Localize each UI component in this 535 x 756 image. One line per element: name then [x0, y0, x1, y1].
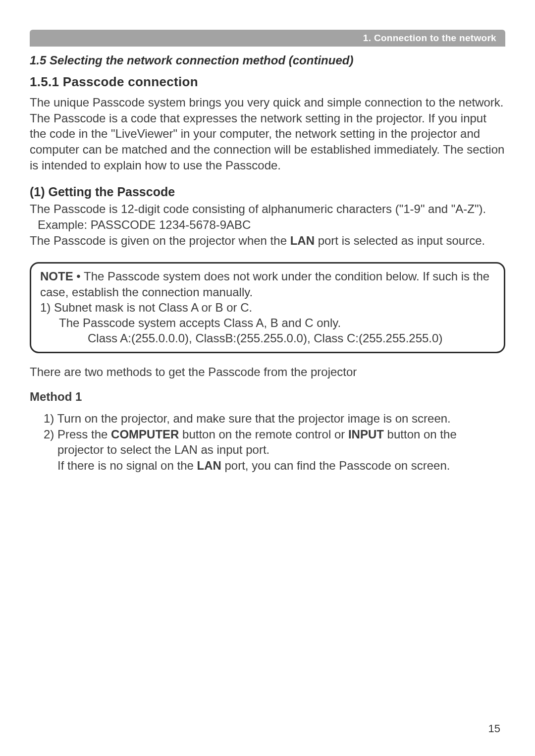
step-2d-a: If there is no signal on the: [57, 459, 197, 472]
note-line-3: The Passcode system accepts Class A, B a…: [40, 315, 495, 330]
intro-text-2: The Passcode is a code that expresses th…: [30, 111, 504, 172]
page-number: 15: [488, 722, 500, 735]
subsection-title: (1) Getting the Passcode: [30, 185, 505, 199]
lan-port-label-2: LAN: [197, 459, 221, 472]
intro-text-1: The unique Passcode system brings you ve…: [30, 96, 504, 109]
method-1-steps: 1) Turn on the projector, and make sure …: [30, 411, 505, 474]
chapter-header-bar: 1. Connection to the network: [30, 30, 505, 47]
step-2a: 2) Press the: [44, 428, 111, 441]
step-1: 1) Turn on the projector, and make sure …: [44, 411, 505, 427]
section-title: 1.5.1 Passcode connection: [30, 74, 505, 90]
note-line-1: • The Passcode system does not work unde…: [40, 270, 489, 298]
section-continued-title: 1.5 Selecting the network connection met…: [30, 54, 505, 67]
getting-line-2a: The Passcode is given on the projector w…: [30, 234, 290, 247]
step-2d-b: port, you can ﬁnd the Passcode on screen…: [221, 459, 450, 472]
getting-passcode-paragraph: The Passcode is 12-digit code consisting…: [30, 201, 505, 248]
note-box: NOTE • The Passcode system does not work…: [30, 262, 505, 353]
note-line-4: Class A:(255.0.0.0), ClassB:(255.255.0.0…: [40, 330, 495, 346]
method-1-heading: Method 1: [30, 390, 505, 404]
note-line-2: 1) Subnet mask is not Class A or B or C.: [40, 301, 252, 314]
passcode-example: Example: PASSCODE 1234-5678-9ABC: [30, 218, 251, 231]
getting-line-2b: port is selected as input source.: [315, 234, 485, 247]
step-2-continuation: If there is no signal on the LAN port, y…: [44, 458, 505, 474]
note-label: NOTE: [40, 270, 73, 283]
two-methods-text: There are two methods to get the Passcod…: [30, 364, 505, 380]
getting-line-1: The Passcode is 12-digit code consisting…: [30, 202, 486, 216]
step-2b: button on the remote control or: [179, 428, 348, 441]
computer-button-label: COMPUTER: [111, 428, 179, 441]
intro-paragraph: The unique Passcode system brings you ve…: [30, 95, 505, 173]
lan-port-label: LAN: [290, 234, 315, 247]
step-2: 2) Press the COMPUTER button on the remo…: [44, 427, 505, 458]
input-button-label: INPUT: [348, 428, 384, 441]
